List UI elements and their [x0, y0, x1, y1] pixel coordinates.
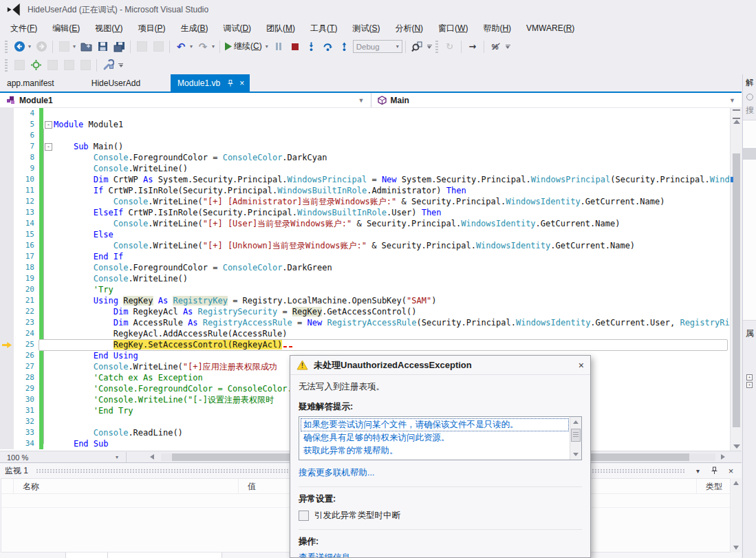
breakpoint-margin[interactable]: [0, 108, 14, 119]
continue-button[interactable]: 继续(C): [223, 39, 265, 55]
breakpoint-margin[interactable]: [0, 339, 14, 350]
tips-scrollbar[interactable]: [570, 417, 581, 460]
close-tab-icon[interactable]: ×: [239, 78, 244, 88]
save-all-button[interactable]: [111, 39, 127, 55]
step-out-button[interactable]: [336, 39, 353, 55]
scroll-down-arrow[interactable]: [733, 444, 740, 449]
code-text[interactable]: Dim CrtWP As System.Security.Principal.W…: [54, 174, 730, 185]
refresh-button[interactable]: ↻: [442, 39, 458, 55]
continue-dropdown-arrow[interactable]: ▾: [266, 43, 268, 50]
comment-button[interactable]: [133, 39, 150, 55]
code-text[interactable]: Module Module1: [54, 119, 730, 130]
scroll-up-arrow[interactable]: [573, 420, 579, 424]
search-online-help-link[interactable]: 搜索更多联机帮助...: [299, 467, 582, 479]
breakpoint-margin[interactable]: [0, 295, 14, 306]
scrollbar-thumb[interactable]: [571, 429, 581, 442]
step-into-button[interactable]: [303, 39, 320, 55]
import-button[interactable]: [44, 57, 61, 74]
toolbar-overflow-button[interactable]: [118, 63, 123, 67]
close-dialog-button[interactable]: ×: [579, 361, 584, 370]
code-text[interactable]: If CrtWP.IsInRole(Security.Principal.Win…: [54, 185, 730, 196]
member-combo[interactable]: Main ▼: [371, 93, 742, 107]
navigate-forward-button[interactable]: [33, 39, 50, 55]
tip-link[interactable]: 如果您要尝试访问某个文件，请确保该文件不是只读的。: [301, 418, 569, 431]
breakpoint-margin[interactable]: [0, 383, 14, 394]
export-button[interactable]: [61, 57, 77, 74]
watch-column-header[interactable]: 类型: [697, 479, 730, 493]
tools-options-button[interactable]: [100, 57, 116, 74]
redo-dropdown-arrow[interactable]: ▾: [212, 43, 215, 50]
scroll-up-arrow[interactable]: [733, 481, 739, 485]
breakpoint-margin[interactable]: [0, 119, 14, 130]
code-text[interactable]: Dim RegkeyAcl As RegistrySecurity = RegK…: [54, 306, 730, 317]
tip-link[interactable]: 获取此异常的常规帮助。: [301, 444, 569, 458]
menu-item[interactable]: 编辑(E): [45, 20, 87, 37]
code-text[interactable]: Console.WriteLine("[+] [Administrator]当前…: [54, 196, 730, 207]
breakpoint-margin[interactable]: [0, 328, 14, 339]
menu-item[interactable]: 测试(S): [345, 20, 387, 37]
breakpoint-margin[interactable]: [0, 240, 14, 251]
toolbar-grip[interactable]: [5, 41, 8, 53]
break-on-exception-checkbox[interactable]: [299, 511, 309, 521]
menu-item[interactable]: 工具(T): [303, 20, 345, 37]
code-text[interactable]: Console.WriteLine("[+] [Unknown]当前登录Wind…: [54, 240, 730, 251]
breakpoint-margin[interactable]: [0, 207, 14, 218]
scope-combo[interactable]: Module1 ▼: [0, 93, 371, 107]
breakpoint-margin[interactable]: [0, 163, 14, 174]
breakpoint-margin[interactable]: [0, 427, 14, 438]
document-tab[interactable]: HideUserAdd: [85, 74, 149, 92]
attach-process-button[interactable]: [28, 57, 44, 74]
docked-right-panels[interactable]: 解 搜 属 + +: [742, 74, 756, 558]
code-text[interactable]: RegkeyAcl.AddAccessRule(AccessRule): [54, 328, 730, 339]
view-detail-link[interactable]: 查看详细信息...: [299, 552, 582, 558]
code-text[interactable]: Console.WriteLine("[+] [User]当前登录Windows…: [54, 218, 730, 229]
zoom-combo[interactable]: 100 % ▾: [1, 452, 127, 462]
breakpoint-margin[interactable]: [0, 174, 14, 185]
scroll-down-arrow[interactable]: [733, 546, 739, 550]
solution-tree-area[interactable]: [743, 120, 756, 321]
code-text[interactable]: Else: [54, 229, 730, 240]
watch-scrollbar[interactable]: [731, 478, 742, 552]
breakpoint-margin[interactable]: [0, 284, 14, 295]
undo-dropdown-arrow[interactable]: ▾: [190, 43, 193, 50]
scrollbar-thumb[interactable]: [733, 153, 740, 427]
code-text[interactable]: RegKey.SetAccessControl(RegkeyAcl): [54, 339, 730, 350]
scroll-right-arrow[interactable]: [721, 454, 725, 460]
navigate-back-button[interactable]: [11, 39, 28, 55]
panel-tab-strip[interactable]: [65, 552, 222, 558]
menu-item[interactable]: VMWARE(R): [519, 21, 582, 36]
code-text[interactable]: [54, 130, 730, 141]
menu-item[interactable]: 帮助(H): [475, 20, 519, 37]
breakpoint-margin[interactable]: [0, 196, 14, 207]
breakpoint-margin[interactable]: [0, 306, 14, 317]
new-window-button[interactable]: [56, 39, 72, 55]
close-panel-button[interactable]: ×: [725, 466, 737, 476]
menu-item[interactable]: 调试(D): [215, 20, 259, 37]
toolbar-overflow-button[interactable]: [506, 45, 510, 49]
step-over-button[interactable]: [320, 39, 336, 55]
publish-button[interactable]: [11, 57, 28, 74]
menu-item[interactable]: 项目(P): [130, 20, 173, 37]
breakpoint-margin[interactable]: [0, 273, 14, 284]
scroll-down-arrow[interactable]: [573, 453, 579, 456]
document-tab[interactable]: Module1.vb×: [171, 74, 250, 92]
pin-button[interactable]: [709, 466, 720, 475]
menu-item[interactable]: 文件(F): [3, 20, 45, 37]
breakpoint-margin[interactable]: [0, 438, 14, 449]
document-tab[interactable]: app.manifest: [0, 74, 63, 92]
toolbar-overflow-button[interactable]: [427, 45, 432, 49]
undo-button[interactable]: ↶: [173, 39, 189, 55]
expand-plus-icon[interactable]: +: [746, 374, 753, 380]
breakpoint-margin[interactable]: [0, 218, 14, 229]
uncomment-button[interactable]: [150, 39, 166, 55]
breakpoint-margin[interactable]: [0, 251, 14, 262]
fold-toggle-icon[interactable]: -: [45, 143, 52, 151]
pause-button[interactable]: [270, 39, 287, 55]
find-in-files-button[interactable]: [409, 39, 425, 55]
breakpoint-margin[interactable]: [0, 350, 14, 361]
breakpoint-margin[interactable]: [0, 152, 14, 163]
code-text[interactable]: Console.WriteLine(): [54, 163, 730, 174]
show-next-statement-button[interactable]: →: [464, 39, 481, 55]
breakpoint-margin[interactable]: [0, 130, 14, 141]
stop-button[interactable]: [287, 39, 303, 55]
